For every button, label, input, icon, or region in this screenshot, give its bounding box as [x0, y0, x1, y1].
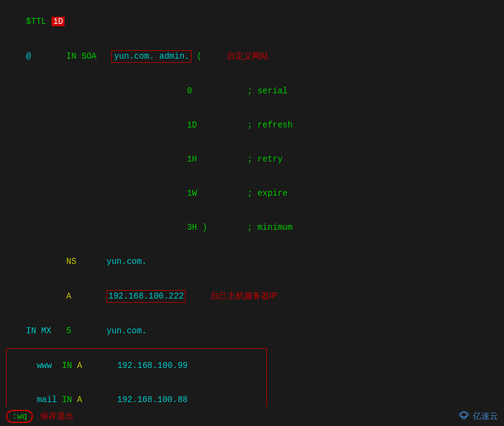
retry-comment: ; retry: [247, 154, 283, 164]
mx-in: IN MX: [26, 326, 66, 336]
a-ip-value: 192.168.100.222: [107, 290, 186, 303]
ttl-keyword: $TTL: [26, 17, 51, 26]
www-a: A: [77, 361, 82, 370]
ns-keyword: NS: [66, 257, 77, 266]
retry-value: 1H: [26, 154, 248, 164]
a-spacing: [71, 291, 107, 301]
ns-indent: [26, 257, 66, 266]
soa-domain: yun.com. admin.: [111, 50, 192, 63]
a-indent: [26, 291, 66, 301]
ns-line: NS yun.com.: [6, 245, 498, 279]
logo-text: 亿速云: [473, 411, 498, 422]
logo: 亿速云: [457, 410, 498, 423]
minimum-value: 3H ): [26, 223, 248, 232]
save-label: 保存退出: [40, 411, 74, 422]
at-symbol: @: [26, 51, 31, 61]
www-spacing: [82, 361, 117, 370]
serial-comment: ; serial: [247, 86, 287, 96]
a-spacing2: [186, 291, 211, 301]
mail-line: mail IN A 192.168.100.88: [7, 383, 266, 407]
www-in: IN: [52, 361, 77, 370]
www-name: www: [37, 361, 51, 370]
serial-indent: 0: [26, 86, 248, 96]
mx-line: IN MX 5 yun.com.: [6, 314, 498, 348]
refresh-value: 1D: [26, 120, 248, 130]
mx-value: yun.com.: [107, 326, 147, 336]
ns-value: yun.com.: [107, 257, 147, 266]
vim-command-box: :wq: [6, 410, 33, 423]
logo-icon: [457, 410, 470, 423]
ttl-line: $TTL 1D: [6, 5, 498, 39]
www-ip: 192.168.100.99: [117, 361, 188, 370]
minimum-comment: ; minimum: [247, 223, 293, 232]
ttl-value: 1D: [51, 17, 65, 26]
refresh-line: 1D ; refresh: [6, 108, 498, 142]
expire-value: 1W: [26, 188, 248, 198]
mail-name: mail: [37, 395, 57, 404]
a-keyword: A: [66, 291, 71, 301]
bottom-bar: :wq 保存退出 亿速云: [0, 407, 504, 426]
www-line: www IN A 192.168.100.99: [7, 349, 266, 383]
terminal-content: $TTL 1D @ IN SOA yun.com. admin. ( 自定义网站…: [0, 0, 504, 407]
soa-paren: (: [192, 51, 227, 61]
vim-command: :wq: [12, 412, 27, 421]
soa-in: IN SOA: [31, 51, 111, 61]
refresh-comment: ; refresh: [247, 120, 293, 130]
annotation-server-ip: 自己主机服务器IP: [211, 291, 277, 300]
mail-spacing: [82, 395, 117, 404]
expire-comment: ; expire: [247, 188, 287, 198]
records-box: www IN A 192.168.100.99 mail IN A 192.16…: [6, 348, 267, 407]
soa-line: @ IN SOA yun.com. admin. ( 自定义网站: [6, 39, 498, 74]
mx-priority: 5: [66, 326, 107, 336]
mail-in: IN: [57, 395, 77, 404]
serial-line: 0 ; serial: [6, 74, 498, 108]
expire-line: 1W ; expire: [6, 177, 498, 211]
mail-ip: 192.168.100.88: [117, 395, 188, 404]
mail-a: A: [77, 395, 82, 404]
annotation-custom-site: 自定义网站: [227, 51, 269, 60]
retry-line: 1H ; retry: [6, 142, 498, 177]
ns-spacing: [77, 257, 107, 266]
minimum-line: 3H ) ; minimum: [6, 211, 498, 245]
a-record-line: A 192.168.100.222 自己主机服务器IP: [6, 279, 498, 314]
